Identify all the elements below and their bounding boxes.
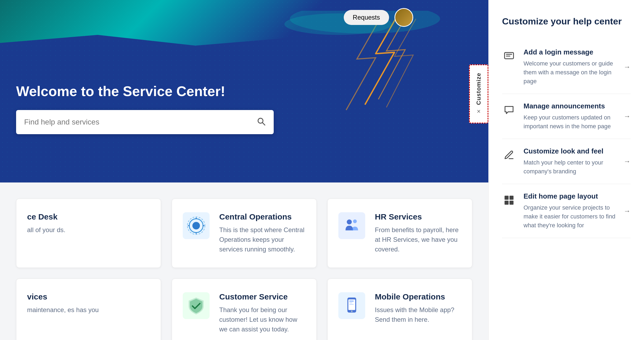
sidebar-item-home-layout-title: Edit home page layout xyxy=(524,192,616,200)
partial-card-it-desk-title: ce Desk xyxy=(27,212,155,221)
mobile-operations-title: Mobile Operations xyxy=(375,292,461,301)
mobile-operations-icon xyxy=(338,292,365,319)
sidebar-item-login-message[interactable]: Add a login message Welcome your custome… xyxy=(502,40,631,94)
sidebar-title: Customize your help center xyxy=(502,16,631,27)
look-feel-icon xyxy=(502,148,516,162)
hr-services-desc: From benefits to payroll, here at HR Ser… xyxy=(375,225,461,254)
svg-point-4 xyxy=(192,222,200,229)
svg-point-8 xyxy=(353,220,357,223)
look-feel-arrow: → xyxy=(624,157,631,166)
sidebar-item-login-message-text: Add a login message Welcome your custome… xyxy=(524,48,616,86)
announcements-icon xyxy=(502,103,516,117)
home-layout-icon xyxy=(502,193,516,207)
customize-panel: Customize × xyxy=(469,64,488,123)
partial-card-field-services[interactable]: vices maintenance, es has you xyxy=(16,279,161,340)
customize-label: Customize xyxy=(475,73,482,105)
svg-line-3 xyxy=(262,122,265,125)
sidebar-item-login-message-desc: Welcome your customers or guide them wit… xyxy=(524,59,616,86)
avatar[interactable] xyxy=(394,8,413,27)
main-content: Requests Welcome to the Service Center! xyxy=(0,0,488,340)
customer-service-card[interactable]: Customer Service Thank you for being our… xyxy=(172,279,317,340)
sidebar-item-announcements[interactable]: Manage announcements Keep your customers… xyxy=(502,94,631,139)
svg-point-14 xyxy=(351,310,353,312)
partial-card-it-desk[interactable]: ce Desk all of your ds. xyxy=(16,199,161,268)
cards-grid: ce Desk all of your ds. xyxy=(16,199,472,340)
home-layout-arrow: → xyxy=(624,207,631,215)
sidebar-item-home-layout-desc: Organize your service projects to make i… xyxy=(524,203,616,230)
svg-rect-12 xyxy=(349,302,353,303)
customer-service-desc: Thank you for being our customer! Let us… xyxy=(219,305,306,334)
right-sidebar: Customize your help center Add a login m… xyxy=(488,0,644,340)
customer-service-icon xyxy=(183,292,210,319)
svg-rect-19 xyxy=(510,196,514,200)
svg-point-7 xyxy=(347,220,352,225)
announcements-arrow: → xyxy=(624,112,631,120)
sidebar-item-home-layout[interactable]: Edit home page layout Organize your serv… xyxy=(502,184,631,238)
svg-rect-20 xyxy=(504,201,508,205)
mobile-operations-desc: Issues with the Mobile app? Send them in… xyxy=(375,305,461,324)
partial-card-field-services-desc: maintenance, es has you xyxy=(27,305,155,315)
sidebar-item-look-feel-desc: Match your help center to your company's… xyxy=(524,158,616,176)
central-operations-content: Central Operations This is the spot wher… xyxy=(219,212,306,254)
hr-services-title: HR Services xyxy=(375,212,461,221)
hr-services-card[interactable]: HR Services From benefits to payroll, he… xyxy=(327,199,472,268)
hero-nav: Requests xyxy=(344,8,413,27)
svg-rect-18 xyxy=(504,196,508,200)
login-message-arrow: → xyxy=(624,63,631,71)
sidebar-item-login-message-title: Add a login message xyxy=(524,48,616,56)
sidebar-item-home-layout-text: Edit home page layout Organize your serv… xyxy=(524,192,616,230)
central-operations-desc: This is the spot where Central Operation… xyxy=(219,225,306,254)
central-operations-icon xyxy=(183,212,210,239)
svg-rect-15 xyxy=(504,53,513,59)
search-button[interactable] xyxy=(257,117,266,128)
hr-services-content: HR Services From benefits to payroll, he… xyxy=(375,212,461,254)
svg-rect-13 xyxy=(349,304,354,305)
partial-card-it-desk-desc: all of your ds. xyxy=(27,225,155,235)
svg-rect-11 xyxy=(349,301,354,302)
close-customize-button[interactable]: × xyxy=(477,108,481,115)
central-operations-title: Central Operations xyxy=(219,212,306,221)
hero-title: Welcome to the Service Center! xyxy=(16,83,274,99)
sidebar-item-announcements-title: Manage announcements xyxy=(524,102,616,110)
customer-service-content: Customer Service Thank you for being our… xyxy=(219,292,306,334)
hr-services-icon xyxy=(338,212,365,239)
hero-banner: Requests Welcome to the Service Center! xyxy=(0,0,488,182)
search-bar xyxy=(16,110,274,134)
sidebar-item-look-feel-title: Customize look and feel xyxy=(524,147,616,155)
mobile-operations-card[interactable]: Mobile Operations Issues with the Mobile… xyxy=(327,279,472,340)
login-message-icon xyxy=(502,49,516,63)
customize-tab: Customize × xyxy=(469,64,488,123)
sidebar-item-announcements-text: Manage announcements Keep your customers… xyxy=(524,102,616,131)
sidebar-item-look-feel-text: Customize look and feel Match your help … xyxy=(524,147,616,176)
sidebar-item-look-feel[interactable]: Customize look and feel Match your help … xyxy=(502,139,631,184)
search-input[interactable] xyxy=(24,118,257,126)
customer-service-title: Customer Service xyxy=(219,292,306,301)
hero-text-area: Welcome to the Service Center! xyxy=(16,83,274,134)
sidebar-item-announcements-desc: Keep your customers updated on important… xyxy=(524,113,616,131)
partial-card-field-services-title: vices xyxy=(27,292,155,301)
cards-section: ce Desk all of your ds. xyxy=(0,182,488,340)
mobile-operations-content: Mobile Operations Issues with the Mobile… xyxy=(375,292,461,324)
svg-rect-21 xyxy=(510,201,514,205)
requests-button[interactable]: Requests xyxy=(344,10,389,25)
central-operations-card[interactable]: Central Operations This is the spot wher… xyxy=(172,199,317,268)
